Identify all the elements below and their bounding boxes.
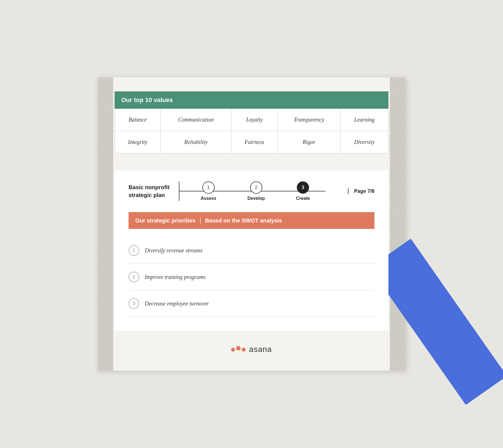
priorities-banner: Our strategic priorities Based on the SW… xyxy=(129,212,374,229)
step-label-assess: Assess xyxy=(201,196,216,201)
priority-text-3: Decrease employee turnover xyxy=(145,300,209,307)
values-section: Our top 10 values Balance Communication … xyxy=(115,91,388,153)
priority-circle-1: 1 xyxy=(129,245,139,256)
step-assess: 1 Assess xyxy=(201,181,216,201)
priority-text-1: Diversify revenue streams xyxy=(145,247,203,254)
step-develop: 2 Develop xyxy=(247,181,265,201)
asana-dot-center xyxy=(236,346,241,350)
values-table: Balance Communication Loyalty Transparen… xyxy=(115,109,388,153)
step-circle-3: 3 xyxy=(297,181,309,194)
banner-text-1: Our strategic priorities xyxy=(135,217,196,224)
step-label-create: Create xyxy=(296,196,310,201)
step-circle-1: 1 xyxy=(202,181,215,194)
strategic-section: Basic nonprofit strategic plan 1 Assess … xyxy=(115,170,388,331)
value-transparency: Transparency xyxy=(278,109,341,131)
value-diversity: Diversity xyxy=(340,131,388,153)
step-label-develop: Develop xyxy=(247,196,265,201)
priority-item-3: 3 Decrease employee turnover xyxy=(129,290,374,317)
step-circle-2: 2 xyxy=(250,181,262,194)
values-row-1: Balance Communication Loyalty Transparen… xyxy=(115,109,388,131)
timeline-line: 1 Assess 2 Develop 3 Create xyxy=(179,181,342,201)
timeline-container: Basic nonprofit strategic plan 1 Assess … xyxy=(129,181,374,201)
values-row-2: Integrity Reliability Fairness Rigor Div… xyxy=(115,131,388,153)
priority-item-2: 2 Improve training programs xyxy=(129,264,374,290)
asana-dot-right xyxy=(242,348,246,352)
page-indicator: Page 7/8 xyxy=(348,188,374,194)
asana-label: asana xyxy=(249,345,272,354)
priority-circle-2: 2 xyxy=(129,272,139,282)
plan-title: Basic nonprofit strategic plan xyxy=(129,183,179,199)
value-learning: Learning xyxy=(340,109,388,131)
value-balance: Balance xyxy=(115,109,161,131)
asana-dot-left xyxy=(231,348,235,352)
value-fairness: Fairness xyxy=(231,131,277,153)
banner-divider xyxy=(200,217,201,224)
priority-item-1: 1 Diversify revenue streams xyxy=(129,237,374,264)
value-rigor: Rigor xyxy=(278,131,341,153)
step-create: 3 Create xyxy=(296,181,310,201)
value-communication: Communication xyxy=(161,109,231,131)
asana-footer: asana xyxy=(115,345,388,354)
priority-circle-3: 3 xyxy=(129,298,139,309)
priority-text-2: Improve training programs xyxy=(145,274,205,280)
values-header: Our top 10 values xyxy=(115,91,388,109)
banner-text-2: Based on the SWOT analysis xyxy=(205,217,282,224)
value-loyalty: Loyalty xyxy=(231,109,277,131)
value-integrity: Integrity xyxy=(115,131,161,153)
asana-logo-icon xyxy=(231,346,246,353)
values-title: Our top 10 values xyxy=(121,96,173,103)
value-reliability: Reliability xyxy=(161,131,231,153)
